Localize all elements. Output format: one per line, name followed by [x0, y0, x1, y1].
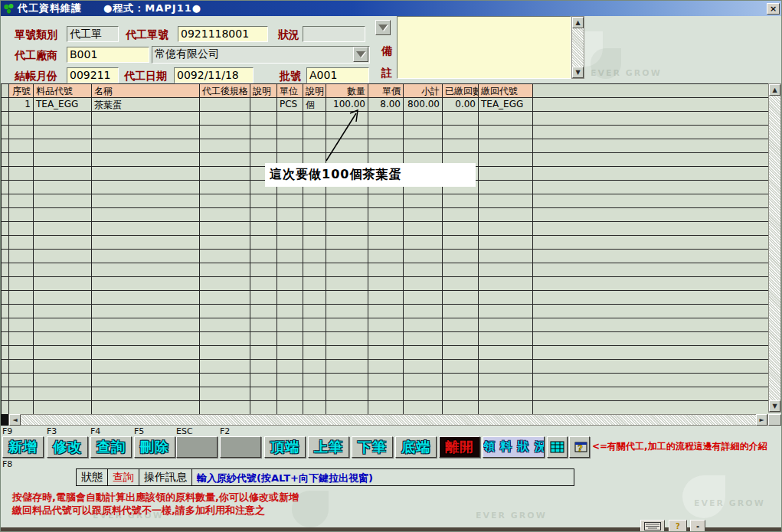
- scroll-right-icon[interactable]: ►: [756, 414, 767, 426]
- table-cell[interactable]: [479, 374, 533, 387]
- table-cell[interactable]: [443, 126, 479, 139]
- table-cell[interactable]: [368, 208, 404, 222]
- grid-view-button[interactable]: [547, 436, 568, 458]
- table-cell[interactable]: [250, 360, 277, 374]
- table-cell[interactable]: [92, 208, 200, 222]
- table-cell[interactable]: [303, 360, 326, 374]
- table-cell[interactable]: [9, 346, 34, 360]
- help-window-button[interactable]: ?: [569, 436, 590, 458]
- table-cell[interactable]: [277, 208, 303, 222]
- table-cell[interactable]: [479, 318, 533, 332]
- table-cell[interactable]: [34, 277, 92, 291]
- table-cell[interactable]: [479, 181, 533, 194]
- table-cell[interactable]: [92, 387, 200, 401]
- toolbar-button-離開[interactable]: 離開: [439, 436, 480, 458]
- table-cell[interactable]: [9, 305, 34, 318]
- table-cell[interactable]: [277, 236, 303, 250]
- table-cell[interactable]: [368, 222, 404, 236]
- table-cell[interactable]: [92, 401, 200, 415]
- table-cell[interactable]: [92, 194, 200, 208]
- table-cell[interactable]: [250, 208, 277, 222]
- table-cell[interactable]: [34, 181, 92, 194]
- table-cell[interactable]: [404, 139, 443, 153]
- table-cell[interactable]: [9, 208, 34, 222]
- table-cell[interactable]: 800.00: [404, 98, 443, 112]
- table-cell[interactable]: [479, 208, 533, 222]
- table-cell[interactable]: [368, 387, 404, 401]
- close-button[interactable]: ×: [767, 3, 780, 15]
- table-cell[interactable]: [277, 305, 303, 318]
- table-cell[interactable]: [368, 360, 404, 374]
- scroll-down-icon[interactable]: ▼: [769, 400, 780, 412]
- table-cell[interactable]: [303, 305, 326, 318]
- table-cell[interactable]: [34, 250, 92, 263]
- toolbar-button-F2[interactable]: [220, 436, 261, 458]
- vendor-dropdown-button[interactable]: [353, 47, 368, 62]
- table-cell[interactable]: [34, 112, 92, 126]
- table-cell[interactable]: [92, 346, 200, 360]
- table-cell[interactable]: [303, 194, 326, 208]
- order-no-input[interactable]: 0921118001: [178, 26, 268, 42]
- table-cell[interactable]: [277, 263, 303, 277]
- table-cell[interactable]: [404, 112, 443, 126]
- status-tab-state[interactable]: 狀態: [77, 469, 108, 485]
- table-cell[interactable]: [303, 263, 326, 277]
- table-cell[interactable]: [368, 236, 404, 250]
- table-cell[interactable]: [34, 208, 92, 222]
- table-cell[interactable]: [404, 318, 443, 332]
- status-tab-message[interactable]: 操作訊息: [139, 469, 192, 485]
- table-cell[interactable]: [368, 305, 404, 318]
- scroll-left-icon[interactable]: ◄: [9, 414, 21, 426]
- table-cell[interactable]: [250, 250, 277, 263]
- table-cell[interactable]: [443, 236, 479, 250]
- table-cell[interactable]: [443, 374, 479, 387]
- toolbar-button-下筆[interactable]: 下筆: [352, 436, 393, 458]
- minimize-button[interactable]: -: [690, 520, 705, 532]
- table-cell[interactable]: [200, 208, 250, 222]
- table-cell[interactable]: [303, 374, 326, 387]
- table-cell[interactable]: [404, 374, 443, 387]
- table-cell[interactable]: [9, 181, 34, 194]
- table-cell[interactable]: [9, 250, 34, 263]
- table-cell[interactable]: [404, 277, 443, 291]
- memo-textarea[interactable]: [397, 16, 571, 79]
- table-cell[interactable]: [92, 139, 200, 153]
- keyboard-button[interactable]: [640, 520, 665, 532]
- table-cell[interactable]: [277, 112, 303, 126]
- table-cell[interactable]: [277, 332, 303, 346]
- table-cell[interactable]: [9, 222, 34, 236]
- table-cell[interactable]: [200, 112, 250, 126]
- table-cell[interactable]: [479, 332, 533, 346]
- table-horizontal-scrollbar[interactable]: ◄ ►: [8, 414, 768, 426]
- table-cell[interactable]: [443, 250, 479, 263]
- table-cell[interactable]: [368, 374, 404, 387]
- table-cell[interactable]: [200, 139, 250, 153]
- table-cell[interactable]: [443, 401, 479, 415]
- table-cell[interactable]: [368, 277, 404, 291]
- table-cell[interactable]: [200, 374, 250, 387]
- table-cell[interactable]: [34, 222, 92, 236]
- table-cell[interactable]: [92, 112, 200, 126]
- table-cell[interactable]: [34, 167, 92, 181]
- table-cell[interactable]: [9, 332, 34, 346]
- table-cell[interactable]: [303, 401, 326, 415]
- work-date-input[interactable]: 0092/11/18: [174, 67, 254, 83]
- table-cell[interactable]: [479, 112, 533, 126]
- table-cell[interactable]: [250, 263, 277, 277]
- memo-scrollbar[interactable]: ▲ ▼: [571, 16, 584, 79]
- table-cell[interactable]: [200, 305, 250, 318]
- table-cell[interactable]: [9, 318, 34, 332]
- table-cell[interactable]: [92, 153, 200, 167]
- table-cell[interactable]: [250, 291, 277, 305]
- toolbar-button-ESC[interactable]: [176, 436, 218, 458]
- table-cell[interactable]: [200, 291, 250, 305]
- table-cell[interactable]: [303, 277, 326, 291]
- table-cell[interactable]: [200, 236, 250, 250]
- table-cell[interactable]: [368, 346, 404, 360]
- table-cell[interactable]: [443, 263, 479, 277]
- table-cell[interactable]: [326, 387, 368, 401]
- table-cell[interactable]: [34, 263, 92, 277]
- table-cell[interactable]: [200, 153, 250, 167]
- table-cell[interactable]: [250, 387, 277, 401]
- table-cell[interactable]: [34, 374, 92, 387]
